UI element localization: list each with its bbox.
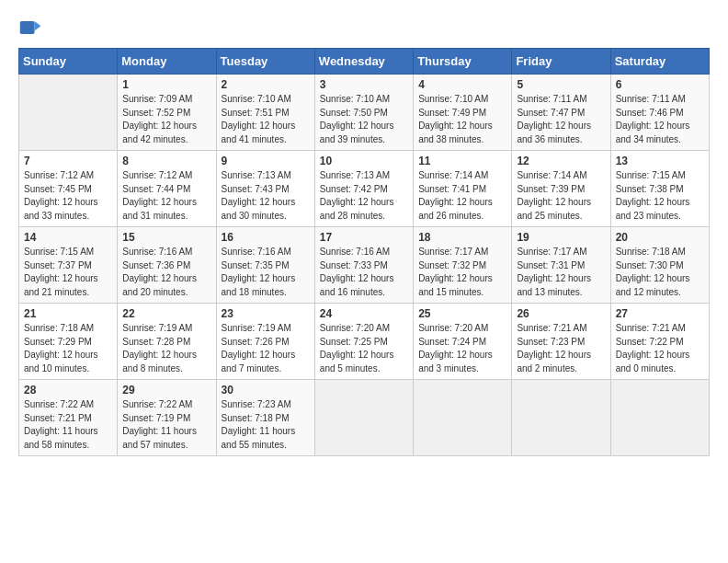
day-number: 2 [222, 78, 310, 91]
calendar-week-row: 7Sunrise: 7:12 AM Sunset: 7:45 PM Daylig… [19, 151, 710, 227]
day-info: Sunrise: 7:16 AM Sunset: 7:35 PM Dayligh… [222, 246, 310, 299]
day-number: 18 [418, 231, 506, 244]
day-info: Sunrise: 7:18 AM Sunset: 7:30 PM Dayligh… [616, 246, 704, 299]
calendar-cell: 26Sunrise: 7:21 AM Sunset: 7:23 PM Dayli… [512, 304, 610, 380]
calendar-cell [610, 380, 709, 456]
calendar-week-row: 21Sunrise: 7:18 AM Sunset: 7:29 PM Dayli… [19, 304, 710, 380]
calendar-cell: 12Sunrise: 7:14 AM Sunset: 7:39 PM Dayli… [512, 151, 610, 227]
day-number: 23 [222, 307, 310, 320]
day-number: 11 [418, 155, 506, 167]
day-info: Sunrise: 7:14 AM Sunset: 7:41 PM Dayligh… [418, 169, 506, 223]
day-number: 4 [418, 78, 506, 91]
day-info: Sunrise: 7:10 AM Sunset: 7:51 PM Dayligh… [222, 93, 310, 146]
weekday-header-friday: Friday [512, 49, 610, 75]
day-info: Sunrise: 7:17 AM Sunset: 7:32 PM Dayligh… [418, 246, 506, 299]
day-info: Sunrise: 7:14 AM Sunset: 7:39 PM Dayligh… [517, 169, 605, 223]
day-info: Sunrise: 7:10 AM Sunset: 7:49 PM Dayligh… [418, 93, 506, 146]
logo [18, 15, 48, 40]
day-info: Sunrise: 7:09 AM Sunset: 7:52 PM Dayligh… [122, 93, 210, 146]
day-info: Sunrise: 7:16 AM Sunset: 7:36 PM Dayligh… [122, 246, 210, 299]
day-info: Sunrise: 7:13 AM Sunset: 7:43 PM Dayligh… [222, 169, 310, 223]
logo-icon [18, 15, 44, 40]
calendar-week-row: 14Sunrise: 7:15 AM Sunset: 7:37 PM Dayli… [19, 227, 710, 304]
calendar-cell [414, 380, 512, 456]
day-number: 17 [320, 231, 408, 244]
day-number: 19 [517, 231, 605, 244]
weekday-header-thursday: Thursday [414, 49, 512, 75]
calendar-cell: 24Sunrise: 7:20 AM Sunset: 7:25 PM Dayli… [314, 304, 413, 380]
day-info: Sunrise: 7:21 AM Sunset: 7:22 PM Dayligh… [616, 322, 704, 375]
day-number: 7 [24, 155, 112, 167]
calendar-cell: 23Sunrise: 7:19 AM Sunset: 7:26 PM Dayli… [216, 304, 314, 380]
calendar-cell: 14Sunrise: 7:15 AM Sunset: 7:37 PM Dayli… [19, 227, 118, 304]
day-number: 14 [24, 231, 112, 244]
day-number: 13 [616, 155, 704, 167]
calendar-cell: 30Sunrise: 7:23 AM Sunset: 7:18 PM Dayli… [216, 380, 314, 456]
day-number: 22 [122, 307, 210, 320]
calendar-cell: 16Sunrise: 7:16 AM Sunset: 7:35 PM Dayli… [216, 227, 314, 304]
day-number: 3 [320, 78, 408, 91]
calendar-cell: 20Sunrise: 7:18 AM Sunset: 7:30 PM Dayli… [610, 227, 709, 304]
day-info: Sunrise: 7:10 AM Sunset: 7:50 PM Dayligh… [320, 93, 408, 146]
calendar-cell: 22Sunrise: 7:19 AM Sunset: 7:28 PM Dayli… [118, 304, 216, 380]
svg-rect-0 [20, 21, 35, 34]
day-info: Sunrise: 7:19 AM Sunset: 7:26 PM Dayligh… [222, 322, 310, 375]
calendar-cell: 25Sunrise: 7:20 AM Sunset: 7:24 PM Dayli… [414, 304, 512, 380]
calendar-cell: 5Sunrise: 7:11 AM Sunset: 7:47 PM Daylig… [512, 75, 610, 151]
calendar-cell: 21Sunrise: 7:18 AM Sunset: 7:29 PM Dayli… [19, 304, 118, 380]
weekday-header-tuesday: Tuesday [216, 49, 314, 75]
day-info: Sunrise: 7:19 AM Sunset: 7:28 PM Dayligh… [122, 322, 210, 375]
calendar-cell: 19Sunrise: 7:17 AM Sunset: 7:31 PM Dayli… [512, 227, 610, 304]
day-info: Sunrise: 7:11 AM Sunset: 7:46 PM Dayligh… [616, 93, 704, 146]
weekday-header-saturday: Saturday [610, 49, 709, 75]
day-number: 20 [616, 231, 704, 244]
weekday-header-row: SundayMondayTuesdayWednesdayThursdayFrid… [19, 49, 710, 75]
calendar-week-row: 28Sunrise: 7:22 AM Sunset: 7:21 PM Dayli… [19, 380, 710, 456]
day-info: Sunrise: 7:23 AM Sunset: 7:18 PM Dayligh… [222, 398, 310, 452]
calendar-cell: 3Sunrise: 7:10 AM Sunset: 7:50 PM Daylig… [314, 75, 413, 151]
day-info: Sunrise: 7:20 AM Sunset: 7:24 PM Dayligh… [418, 322, 506, 375]
day-number: 15 [122, 231, 210, 244]
svg-marker-1 [35, 21, 41, 31]
calendar-cell: 2Sunrise: 7:10 AM Sunset: 7:51 PM Daylig… [216, 75, 314, 151]
day-number: 25 [418, 307, 506, 320]
calendar-cell: 10Sunrise: 7:13 AM Sunset: 7:42 PM Dayli… [314, 151, 413, 227]
calendar-cell: 8Sunrise: 7:12 AM Sunset: 7:44 PM Daylig… [118, 151, 216, 227]
day-number: 8 [122, 155, 210, 167]
calendar-cell: 11Sunrise: 7:14 AM Sunset: 7:41 PM Dayli… [414, 151, 512, 227]
page-header [18, 15, 710, 40]
day-info: Sunrise: 7:11 AM Sunset: 7:47 PM Dayligh… [517, 93, 605, 146]
day-info: Sunrise: 7:17 AM Sunset: 7:31 PM Dayligh… [517, 246, 605, 299]
day-info: Sunrise: 7:16 AM Sunset: 7:33 PM Dayligh… [320, 246, 408, 299]
day-info: Sunrise: 7:15 AM Sunset: 7:38 PM Dayligh… [616, 169, 704, 223]
day-number: 6 [616, 78, 704, 91]
day-number: 29 [122, 384, 210, 396]
calendar-cell: 9Sunrise: 7:13 AM Sunset: 7:43 PM Daylig… [216, 151, 314, 227]
day-info: Sunrise: 7:22 AM Sunset: 7:19 PM Dayligh… [122, 398, 210, 452]
day-number: 26 [517, 307, 605, 320]
day-info: Sunrise: 7:12 AM Sunset: 7:45 PM Dayligh… [24, 169, 112, 223]
day-info: Sunrise: 7:21 AM Sunset: 7:23 PM Dayligh… [517, 322, 605, 375]
day-info: Sunrise: 7:18 AM Sunset: 7:29 PM Dayligh… [24, 322, 112, 375]
calendar-cell [19, 75, 118, 151]
calendar-cell: 4Sunrise: 7:10 AM Sunset: 7:49 PM Daylig… [414, 75, 512, 151]
weekday-header-monday: Monday [118, 49, 216, 75]
calendar-cell: 6Sunrise: 7:11 AM Sunset: 7:46 PM Daylig… [610, 75, 709, 151]
calendar-cell: 28Sunrise: 7:22 AM Sunset: 7:21 PM Dayli… [19, 380, 118, 456]
day-number: 24 [320, 307, 408, 320]
day-number: 21 [24, 307, 112, 320]
calendar-cell: 29Sunrise: 7:22 AM Sunset: 7:19 PM Dayli… [118, 380, 216, 456]
calendar-cell: 18Sunrise: 7:17 AM Sunset: 7:32 PM Dayli… [414, 227, 512, 304]
calendar-cell: 1Sunrise: 7:09 AM Sunset: 7:52 PM Daylig… [118, 75, 216, 151]
day-number: 16 [222, 231, 310, 244]
calendar-cell [314, 380, 413, 456]
day-number: 30 [222, 384, 310, 396]
calendar-cell: 13Sunrise: 7:15 AM Sunset: 7:38 PM Dayli… [610, 151, 709, 227]
day-info: Sunrise: 7:12 AM Sunset: 7:44 PM Dayligh… [122, 169, 210, 223]
day-number: 10 [320, 155, 408, 167]
day-number: 12 [517, 155, 605, 167]
day-number: 1 [122, 78, 210, 91]
calendar-cell: 7Sunrise: 7:12 AM Sunset: 7:45 PM Daylig… [19, 151, 118, 227]
day-number: 27 [616, 307, 704, 320]
day-info: Sunrise: 7:15 AM Sunset: 7:37 PM Dayligh… [24, 246, 112, 299]
